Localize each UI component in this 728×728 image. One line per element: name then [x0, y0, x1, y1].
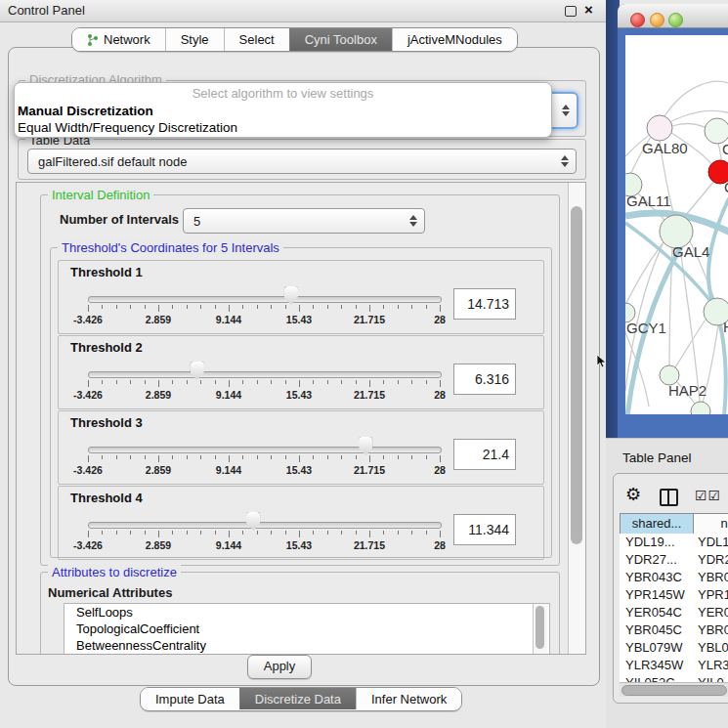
table-row[interactable]: YIL052CYIL0 — [620, 674, 728, 682]
gear-icon[interactable]: ⚙ — [625, 486, 641, 503]
checkbox-icons[interactable]: ☑☑ — [695, 488, 721, 503]
tick-mark — [426, 380, 427, 384]
cell-name: YDR2 — [694, 551, 728, 569]
tick-mark — [356, 305, 357, 309]
tick-label: 15.43 — [276, 314, 322, 325]
table-row[interactable]: YLR345WYLR3 — [620, 657, 728, 674]
table-row[interactable]: YBL079WYBL0 — [620, 639, 728, 657]
threshold-value-field[interactable]: 6.316 — [453, 364, 516, 395]
network-window-titlebar[interactable] — [618, 4, 728, 28]
algorithm-option[interactable]: Manual Discretization — [15, 103, 551, 119]
tick-mark — [229, 380, 230, 387]
tab-discretize-data[interactable]: Discretize Data — [239, 688, 356, 709]
tab-jactivemnodules[interactable]: jActiveMNodules — [392, 28, 517, 51]
screen: Control Panel × NetworkStyleSelectCyni T… — [0, 0, 728, 728]
table-horizontal-scrollbar[interactable] — [620, 682, 728, 697]
network-edge[interactable] — [672, 124, 707, 128]
attribute-list-item[interactable]: TopologicalCoefficient — [64, 621, 549, 637]
combo-stepper-icon[interactable] — [561, 105, 570, 116]
tick-label: -3.426 — [64, 314, 111, 325]
tick-mark — [187, 455, 188, 459]
settings-scrollbar[interactable] — [568, 183, 585, 654]
tick-mark — [257, 305, 258, 309]
tick-mark — [327, 380, 328, 384]
tab-style[interactable]: Style — [165, 28, 224, 51]
numerical-attributes-list[interactable]: SelfLoopsTopologicalCoefficientBetweenne… — [64, 603, 550, 655]
combo-stepper-icon[interactable] — [408, 215, 417, 227]
cell-name: YBL0 — [694, 639, 728, 657]
tick-mark — [130, 531, 131, 535]
network-node[interactable] — [647, 115, 672, 141]
tick-mark — [257, 380, 258, 384]
close-icon[interactable]: × — [584, 1, 593, 18]
tab-select[interactable]: Select — [224, 28, 289, 51]
column-header-shared-name[interactable]: shared... — [620, 513, 694, 535]
algorithm-option[interactable]: Equal Width/Frequency Discretization — [15, 119, 551, 136]
tick-mark — [383, 305, 384, 309]
table-row[interactable]: YPR145WYPR1 — [620, 586, 728, 604]
threshold-box: Threshold 4-3.4262.8599.14415.4321.71528… — [58, 486, 544, 560]
tab-infer-network[interactable]: Infer Network — [356, 688, 461, 709]
table-row[interactable]: YBR043CYBR0 — [620, 569, 728, 586]
tick-mark — [411, 455, 412, 459]
network-edge[interactable] — [718, 144, 721, 160]
tick-mark — [187, 380, 188, 384]
table-row[interactable]: YDR27...YDR2 — [620, 551, 728, 569]
tab-network[interactable]: Network — [72, 28, 165, 51]
cell-shared-name: YDL19... — [620, 534, 694, 551]
table-panel-title: Table Panel — [622, 450, 692, 465]
tick-mark — [369, 305, 370, 312]
number-of-intervals-label: Number of Intervals — [60, 212, 179, 227]
tick-mark — [271, 531, 272, 535]
number-of-intervals-combobox[interactable]: 5 — [183, 208, 425, 234]
attributes-list-scrollbar[interactable] — [533, 604, 547, 655]
tab-cyni-toolbox[interactable]: Cyni Toolbox — [289, 28, 392, 51]
tick-label: 9.144 — [205, 389, 252, 401]
apply-button[interactable]: Apply — [247, 655, 312, 679]
cyni-mode-tabs: Impute DataDiscretize DataInfer Network — [140, 687, 462, 711]
attribute-list-item[interactable]: SelfLoops — [64, 604, 549, 621]
tick-mark — [341, 531, 342, 535]
float-window-icon[interactable] — [565, 6, 577, 17]
threshold-value-field[interactable]: 14.713 — [453, 288, 516, 320]
tab-impute-data[interactable]: Impute Data — [141, 688, 239, 709]
tick-mark — [172, 305, 173, 309]
tick-mark — [313, 531, 314, 535]
threshold-slider[interactable] — [88, 447, 442, 453]
threshold-box: Threshold 2-3.4262.8599.14415.4321.71528… — [58, 335, 544, 409]
threshold-label: Threshold 1 — [70, 265, 143, 279]
threshold-value-field[interactable]: 21.4 — [453, 439, 516, 470]
zoom-traffic-light-icon[interactable] — [668, 13, 683, 27]
tick-mark — [411, 305, 412, 309]
tab-label: Network — [104, 32, 150, 47]
tick-mark — [426, 455, 427, 459]
tick-mark — [285, 380, 286, 384]
threshold-slider[interactable] — [88, 522, 442, 529]
table-row[interactable]: YER054CYER0 — [620, 604, 728, 621]
tab-label: Impute Data — [155, 692, 225, 707]
tick-mark — [341, 455, 342, 459]
minimize-traffic-light-icon[interactable] — [650, 13, 664, 27]
table-data-combobox[interactable]: galFiltered.sif default node — [27, 149, 577, 174]
threshold-slider[interactable] — [88, 371, 442, 378]
threshold-box: Threshold 3-3.4262.8599.14415.4321.71528… — [58, 410, 544, 485]
split-column-icon[interactable] — [660, 489, 678, 506]
column-header-name[interactable]: n — [693, 513, 728, 535]
tick-mark — [440, 455, 441, 462]
table-row[interactable]: YDL19...YDL1 — [620, 534, 728, 551]
table-row[interactable]: YBR045CYBR0 — [620, 621, 728, 639]
close-traffic-light-icon[interactable] — [630, 13, 645, 27]
network-canvas[interactable]: GAL80GACGAL11GAL4GCY1HHAP2 — [625, 35, 728, 414]
tick-mark — [356, 531, 357, 535]
network-node[interactable] — [691, 402, 710, 414]
attributes-to-discretize-label: Attributes to discretize — [48, 565, 181, 579]
attribute-list-item[interactable]: BetweennessCentrality — [64, 637, 549, 654]
combo-stepper-icon[interactable] — [560, 155, 569, 167]
tick-mark — [229, 455, 230, 462]
threshold-slider[interactable] — [88, 296, 442, 303]
network-icon — [87, 33, 99, 47]
threshold-value-field[interactable]: 11.344 — [453, 514, 516, 545]
tick-label: -3.426 — [64, 389, 111, 401]
tick-label: -3.426 — [64, 464, 111, 476]
cell-name: YDL1 — [694, 534, 728, 551]
